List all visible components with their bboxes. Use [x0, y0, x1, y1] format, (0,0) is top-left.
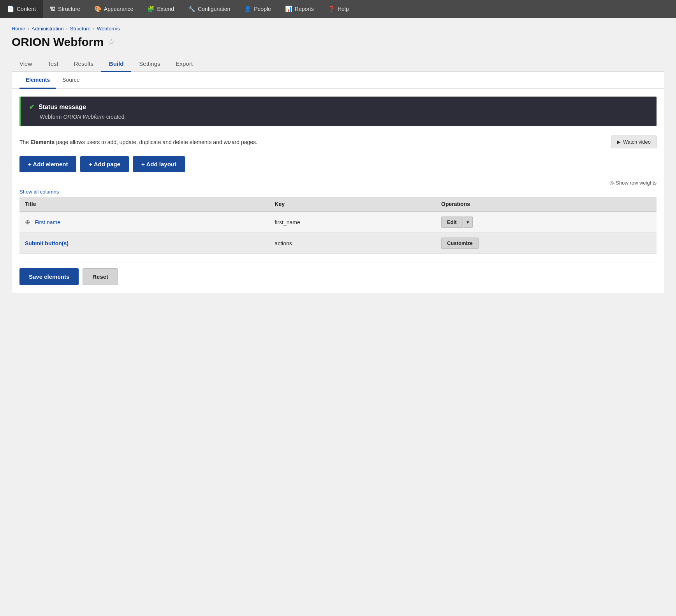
add-element-button[interactable]: + Add element — [19, 156, 76, 172]
tab-export[interactable]: Export — [168, 56, 201, 72]
breadcrumb: Home › Administration › Structure › Webf… — [12, 26, 664, 32]
nav-item-help[interactable]: ❓Help — [321, 0, 356, 18]
tab-test[interactable]: Test — [40, 56, 66, 72]
breadcrumb-structure[interactable]: Structure — [70, 26, 91, 32]
table-row: ⊕ First name first_name Edit ▾ — [19, 211, 657, 233]
elements-table: Title Key Operations ⊕ First name first_… — [19, 197, 657, 254]
title-cell: ⊕ First name — [19, 211, 269, 233]
status-body: Webform ORION Webform created. — [40, 114, 649, 120]
status-body-em: ORION Webform — [63, 114, 104, 120]
status-title: Status message — [39, 104, 86, 111]
tab-view[interactable]: View — [12, 56, 40, 72]
edit-dropdown-button[interactable]: ▾ — [463, 216, 473, 228]
sub-tab-source[interactable]: Source — [56, 72, 86, 89]
status-check-icon: ✔ — [29, 103, 35, 111]
status-message-box: ✔ Status message Webform ORION Webform c… — [19, 97, 657, 126]
top-navigation: 📄Content🏗Structure🎨Appearance🧩Extend🔧Con… — [0, 0, 676, 18]
row-weights-label: Show row weights — [616, 180, 657, 186]
elements-bold: Elements — [30, 139, 55, 145]
breadcrumb-webforms[interactable]: Webforms — [97, 26, 120, 32]
nav-label-help: Help — [338, 6, 349, 12]
row-weights-icon: ◎ — [609, 180, 614, 186]
appearance-icon: 🎨 — [94, 5, 102, 12]
submit-buttons-link[interactable]: Submit button(s) — [25, 240, 69, 246]
add-layout-button[interactable]: + Add layout — [133, 156, 185, 172]
edit-button[interactable]: Edit — [441, 216, 463, 228]
sub-tab-elements[interactable]: Elements — [19, 72, 56, 89]
key-cell: actions — [269, 233, 436, 254]
nav-item-configuration[interactable]: 🔧Configuration — [181, 0, 237, 18]
nav-label-content: Content — [17, 6, 36, 12]
nav-label-people: People — [254, 6, 271, 12]
main-content: ✔ Status message Webform ORION Webform c… — [12, 89, 664, 293]
table-header-row: Title Key Operations — [19, 197, 657, 211]
breadcrumb-home[interactable]: Home — [12, 26, 25, 32]
page-title: ORION Webform — [12, 35, 104, 49]
people-icon: 👤 — [244, 5, 252, 12]
key-cell: first_name — [269, 211, 436, 233]
nav-item-people[interactable]: 👤People — [237, 0, 278, 18]
add-page-button[interactable]: + Add page — [80, 156, 129, 172]
nav-label-appearance: Appearance — [104, 6, 134, 12]
nav-label-structure: Structure — [58, 6, 80, 12]
nav-label-configuration: Configuration — [198, 6, 230, 12]
table-row: Submit button(s) actions Customize — [19, 233, 657, 254]
reports-icon: 📊 — [285, 5, 292, 12]
title-cell: Submit button(s) — [19, 233, 269, 254]
content-area: Elements Source ✔ Status message Webform… — [12, 72, 664, 293]
breadcrumb-administration[interactable]: Administration — [32, 26, 63, 32]
reset-button[interactable]: Reset — [83, 268, 118, 285]
watch-video-button[interactable]: ▶ Watch video — [611, 136, 657, 148]
nav-label-reports: Reports — [295, 6, 314, 12]
row-weights-row: ◎ Show row weights — [19, 180, 657, 186]
tab-results[interactable]: Results — [66, 56, 101, 72]
description-text: The Elements page allows users to add, u… — [19, 139, 257, 145]
first-name-link[interactable]: First name — [35, 219, 60, 225]
customize-button[interactable]: Customize — [441, 238, 479, 249]
drag-handle-icon[interactable]: ⊕ — [25, 219, 30, 225]
operations-cell: Customize — [436, 233, 657, 254]
col-title: Title — [19, 197, 269, 211]
nav-item-reports[interactable]: 📊Reports — [278, 0, 321, 18]
section-divider — [19, 262, 657, 262]
action-buttons-row: + Add element + Add page + Add layout — [19, 156, 657, 172]
watch-video-label: Watch video — [623, 139, 651, 145]
operations-cell: Edit ▾ — [436, 211, 657, 233]
nav-label-extend: Extend — [157, 6, 174, 12]
col-operations: Operations — [436, 197, 657, 211]
description-row: The Elements page allows users to add, u… — [19, 136, 657, 148]
col-key: Key — [269, 197, 436, 211]
tab-settings[interactable]: Settings — [131, 56, 168, 72]
sub-tabs: Elements Source — [12, 72, 664, 89]
page-title-row: ORION Webform ☆ — [12, 35, 664, 49]
show-row-weights-link[interactable]: ◎ Show row weights — [609, 180, 657, 186]
tab-build[interactable]: Build — [101, 56, 132, 72]
status-body-prefix: Webform — [40, 114, 62, 120]
configuration-icon: 🔧 — [188, 5, 195, 12]
content-icon: 📄 — [7, 5, 14, 12]
nav-item-extend[interactable]: 🧩Extend — [140, 0, 181, 18]
status-header: ✔ Status message — [29, 103, 649, 111]
structure-icon: 🏗 — [50, 6, 56, 12]
extend-icon: 🧩 — [147, 5, 155, 12]
nav-item-content[interactable]: 📄Content — [0, 0, 43, 18]
nav-item-structure[interactable]: 🏗Structure — [43, 0, 87, 18]
watch-video-icon: ▶ — [617, 139, 621, 145]
status-body-suffix: created. — [106, 114, 126, 120]
favorite-star-icon[interactable]: ☆ — [107, 37, 115, 47]
help-icon: ❓ — [328, 5, 335, 12]
nav-item-appearance[interactable]: 🎨Appearance — [87, 0, 141, 18]
save-elements-button[interactable]: Save elements — [19, 268, 79, 285]
show-all-columns-link[interactable]: Show all columns — [19, 189, 657, 195]
save-reset-row: Save elements Reset — [19, 268, 657, 285]
main-tabs: View Test Results Build Settings Export — [12, 56, 664, 72]
